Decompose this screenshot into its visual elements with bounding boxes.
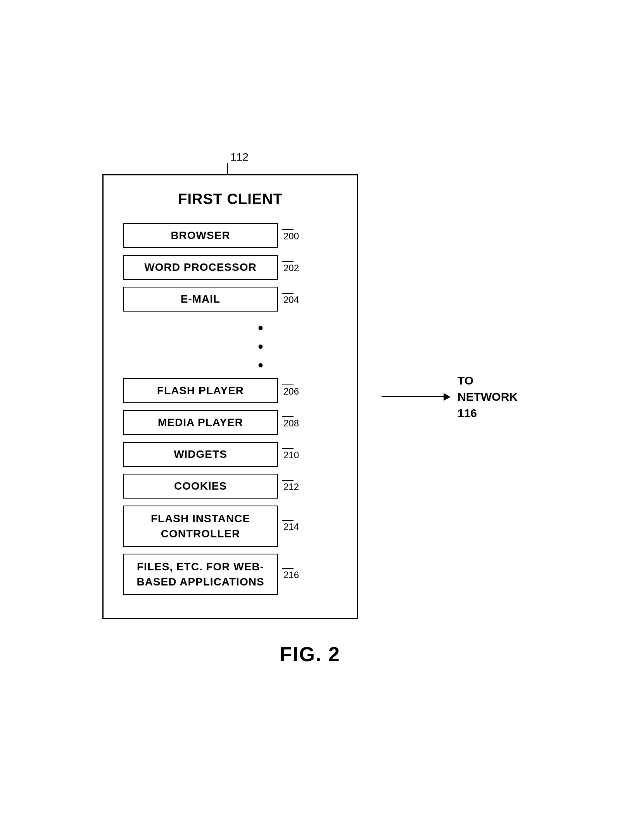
widgets-box: WIDGETS xyxy=(123,442,278,467)
main-layout: 112 FIRST CLIENT BROWSER 200 xyxy=(102,174,518,620)
network-section: TO NETWORK 116 xyxy=(382,372,518,421)
cookies-label: COOKIES xyxy=(174,480,227,492)
list-item: FILES, ETC. FOR WEB- BASED APPLICATIONS … xyxy=(123,554,338,595)
flash-player-box: FLASH PLAYER xyxy=(123,378,278,403)
email-box: E-MAIL xyxy=(123,287,278,312)
client-box: FIRST CLIENT BROWSER 200 xyxy=(102,174,358,620)
ellipsis: ••• xyxy=(185,319,338,374)
ref-204: 204 xyxy=(283,294,299,305)
figure-label-container: FIG. 2 xyxy=(280,643,340,666)
list-item: FLASH PLAYER 206 xyxy=(123,378,338,403)
client-title: FIRST CLIENT xyxy=(123,191,338,208)
media-player-label: MEDIA PLAYER xyxy=(158,416,243,428)
cookies-box: COOKIES xyxy=(123,474,278,499)
page-container: 112 FIRST CLIENT BROWSER 200 xyxy=(0,0,620,840)
network-label: TO NETWORK 116 xyxy=(458,372,518,421)
ref-202: 202 xyxy=(283,263,299,274)
ref-214: 214 xyxy=(283,521,299,532)
flash-instance-controller-box: FLASH INSTANCE CONTROLLER xyxy=(123,506,278,547)
ref-210: 210 xyxy=(283,450,299,461)
ref-112-label: 112 xyxy=(230,151,249,163)
list-item: COOKIES 212 xyxy=(123,474,338,499)
ref-200: 200 xyxy=(283,231,299,242)
email-label: E-MAIL xyxy=(181,293,220,305)
word-processor-label: WORD PROCESSOR xyxy=(144,261,256,273)
arrow-head xyxy=(444,393,451,401)
list-item: WIDGETS 210 xyxy=(123,442,338,467)
files-label: FILES, ETC. FOR WEB- BASED APPLICATIONS xyxy=(136,561,264,588)
list-item: MEDIA PLAYER 208 xyxy=(123,410,338,435)
ref-212: 212 xyxy=(283,481,299,492)
media-player-box: MEDIA PLAYER xyxy=(123,410,278,435)
ref-208: 208 xyxy=(283,418,299,429)
figure-label: FIG. 2 xyxy=(280,643,340,665)
browser-box: BROWSER xyxy=(123,223,278,248)
list-item: BROWSER 200 xyxy=(123,223,338,248)
list-item: E-MAIL 204 xyxy=(123,287,338,312)
arrow-shaft xyxy=(382,396,444,397)
widgets-label: WIDGETS xyxy=(174,448,227,460)
browser-label: BROWSER xyxy=(171,229,230,241)
files-box: FILES, ETC. FOR WEB- BASED APPLICATIONS xyxy=(123,554,278,595)
list-item: FLASH INSTANCE CONTROLLER 214 xyxy=(123,506,338,547)
list-item: WORD PROCESSOR 202 xyxy=(123,255,338,280)
ref-216: 216 xyxy=(283,570,299,580)
diagram-area: 112 FIRST CLIENT BROWSER 200 xyxy=(0,174,620,666)
word-processor-box: WORD PROCESSOR xyxy=(123,255,278,280)
ref-206: 206 xyxy=(283,386,299,397)
flash-instance-controller-label: FLASH INSTANCE CONTROLLER xyxy=(151,513,250,540)
flash-player-label: FLASH PLAYER xyxy=(157,384,244,397)
